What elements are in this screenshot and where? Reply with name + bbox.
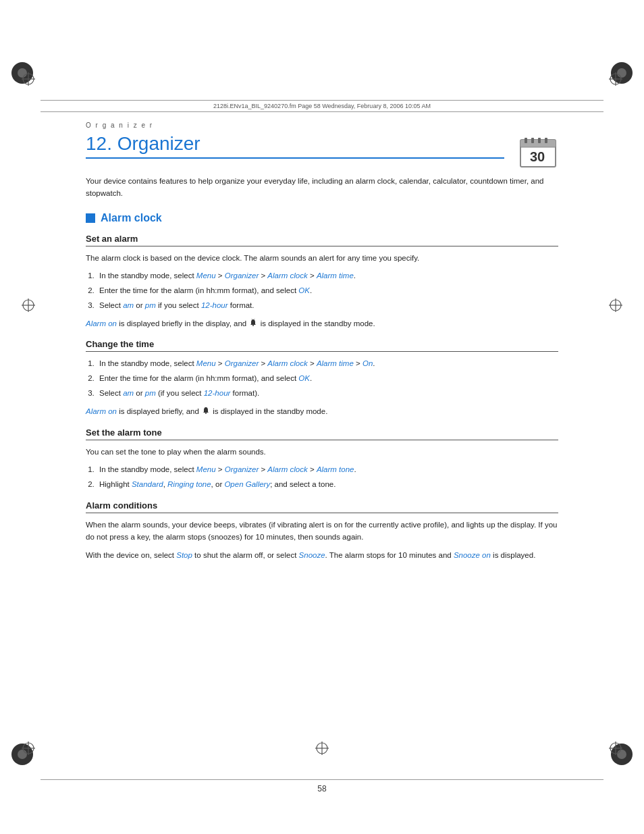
intro-paragraph: Your device contains features to help or…: [86, 175, 558, 200]
step-1: In the standby mode, select Menu > Organ…: [97, 269, 558, 282]
link-12hour: 12-hour: [201, 301, 228, 309]
link-am: am: [123, 301, 134, 309]
svg-rect-25: [531, 138, 534, 143]
change-step-3: Select am or pm (if you select 12-hour f…: [97, 387, 558, 400]
page-content: O r g a n i z e r 12. Organizer: [86, 0, 558, 834]
link-alarm-tone: Alarm tone: [317, 465, 354, 473]
link-open-gallery: Open Gallery: [224, 480, 270, 488]
section-heading-square: [86, 213, 95, 223]
link-alarm-time-2: Alarm time: [317, 359, 354, 367]
link-menu-2: Menu: [196, 359, 216, 367]
set-an-alarm-note: Alarm on is displayed briefly in the dis…: [86, 317, 558, 330]
change-time-steps: In the standby mode, select Menu > Organ…: [97, 357, 558, 400]
chapter-title: 12. Organizer: [86, 133, 504, 159]
link-alarm-clock: Alarm clock: [267, 271, 307, 280]
reg-mark-ml: [20, 297, 36, 313]
link-ringing-tone: Ringing tone: [167, 480, 211, 488]
svg-rect-32: [205, 413, 207, 414]
link-standard: Standard: [132, 480, 163, 488]
reg-mark-tr: [608, 71, 624, 87]
chapter-number: 12.: [86, 133, 112, 154]
change-step-2: Enter the time for the alarm (in hh:mm f…: [97, 372, 558, 385]
svg-rect-24: [525, 138, 527, 143]
link-organizer-2: Organizer: [225, 359, 259, 367]
link-am-2: am: [123, 389, 134, 397]
svg-rect-26: [538, 138, 541, 143]
alarm-conditions-heading: Alarm conditions: [86, 500, 558, 513]
alarm-clock-heading-text: Alarm clock: [101, 212, 162, 224]
set-alarm-tone-steps: In the standby mode, select Menu > Organ…: [97, 463, 558, 491]
alarm-bell-icon-1: [248, 319, 258, 328]
chapter-title-text: Organizer: [117, 133, 200, 154]
link-alarm-time: Alarm time: [317, 271, 354, 280]
link-organizer: Organizer: [225, 271, 259, 280]
change-time-note: Alarm on is displayed briefly, and is di…: [86, 405, 558, 417]
reg-mark-bl: [20, 740, 36, 756]
step-2: Enter the time for the alarm (in hh:mm f…: [97, 284, 558, 297]
link-menu-3: Menu: [196, 465, 216, 473]
link-stop: Stop: [176, 551, 192, 559]
set-an-alarm-body: The alarm clock is based on the device c…: [86, 252, 558, 264]
alarm-conditions-body2: With the device on, select Stop to shut …: [86, 549, 558, 561]
svg-text:30: 30: [530, 149, 545, 164]
link-alarm-clock-3: Alarm clock: [267, 465, 307, 473]
link-ok-2: OK: [298, 374, 310, 382]
link-pm: pm: [145, 301, 156, 309]
link-pm-2: pm: [145, 389, 156, 397]
chapter-icon: 30: [518, 136, 558, 170]
set-alarm-tone-heading: Set the alarm tone: [86, 427, 558, 440]
svg-rect-29: [252, 325, 254, 326]
page-container: 2128i.ENv1a_BIL_9240270.fm Page 58 Wedne…: [0, 0, 644, 834]
reg-mark-tl: [20, 71, 36, 87]
alarm-clock-heading: Alarm clock: [86, 212, 558, 224]
link-on: On: [363, 359, 373, 367]
set-alarm-tone-body: You can set the tone to play when the al…: [86, 446, 558, 458]
link-menu: Menu: [196, 271, 216, 280]
link-snooze: Snooze: [299, 551, 325, 559]
alarm-bell-icon-2: [201, 407, 211, 416]
alarm-conditions-body1: When the alarm sounds, your device beeps…: [86, 519, 558, 544]
set-an-alarm-heading: Set an alarm: [86, 234, 558, 246]
link-alarm-clock-2: Alarm clock: [267, 359, 307, 367]
alarm-on-text: Alarm on: [86, 319, 117, 328]
tone-step-2: Highlight Standard, Ringing tone, or Ope…: [97, 478, 558, 491]
link-organizer-3: Organizer: [225, 465, 259, 473]
link-12hour-2: 12-hour: [204, 389, 231, 397]
change-the-time-heading: Change the time: [86, 339, 558, 352]
set-an-alarm-steps: In the standby mode, select Menu > Organ…: [97, 269, 558, 312]
change-step-1: In the standby mode, select Menu > Organ…: [97, 357, 558, 370]
step-3: Select am or pm if you select 12-hour fo…: [97, 299, 558, 312]
svg-rect-27: [545, 138, 547, 143]
reg-mark-br: [608, 740, 624, 756]
tone-step-1: In the standby mode, select Menu > Organ…: [97, 463, 558, 476]
chapter-header: 12. Organizer 30: [86, 133, 558, 170]
section-label: O r g a n i z e r: [86, 122, 558, 129]
link-ok: OK: [298, 286, 310, 294]
link-snooze-on: Snooze on: [454, 551, 491, 559]
reg-mark-mr: [608, 297, 624, 313]
alarm-on-text-2: Alarm on: [86, 407, 117, 415]
